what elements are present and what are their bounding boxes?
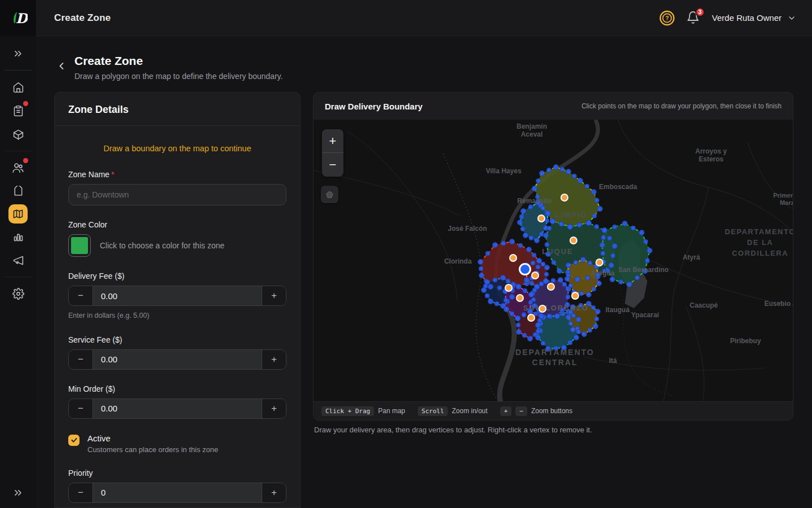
vertex-handle[interactable] bbox=[566, 262, 571, 268]
vertex-handle[interactable] bbox=[517, 220, 522, 225]
active-checkbox[interactable] bbox=[68, 435, 80, 446]
vertex-handle[interactable] bbox=[626, 282, 632, 287]
vertex-handle[interactable] bbox=[536, 258, 541, 263]
vertex-handle[interactable] bbox=[591, 305, 595, 310]
vertex-handle[interactable] bbox=[566, 270, 570, 274]
vertex-handle[interactable] bbox=[586, 220, 591, 225]
vertex-handle[interactable] bbox=[547, 314, 551, 318]
vertex-handle[interactable] bbox=[539, 282, 544, 286]
vertex-handle[interactable] bbox=[527, 336, 532, 341]
vertex-handle[interactable] bbox=[532, 288, 537, 292]
vertex-handle[interactable] bbox=[595, 309, 600, 314]
vertex-handle[interactable] bbox=[564, 276, 570, 281]
delivery-fee-value[interactable]: 0.00 bbox=[92, 286, 262, 305]
vertex-handle[interactable] bbox=[519, 214, 524, 219]
vertex-handle[interactable] bbox=[607, 236, 612, 240]
sidebar-expand-button[interactable] bbox=[7, 43, 29, 64]
vertex-handle[interactable] bbox=[631, 226, 636, 230]
vertex-handle[interactable] bbox=[573, 260, 578, 265]
vertex-handle[interactable] bbox=[522, 313, 526, 317]
vertex-handle[interactable] bbox=[541, 206, 545, 211]
vertex-handle[interactable] bbox=[554, 313, 559, 318]
service-fee-increment-button[interactable]: + bbox=[262, 350, 286, 369]
vertex-handle[interactable] bbox=[561, 312, 565, 316]
zone-center-marker[interactable] bbox=[528, 314, 535, 321]
vertex-handle[interactable] bbox=[488, 299, 493, 304]
vertex-handle[interactable] bbox=[576, 330, 581, 334]
min-order-increment-button[interactable]: + bbox=[262, 399, 286, 418]
service-fee-value[interactable]: 0.00 bbox=[92, 350, 262, 369]
vertex-handle[interactable] bbox=[483, 284, 488, 288]
vertex-handle[interactable] bbox=[532, 253, 536, 257]
vertex-handle[interactable] bbox=[619, 280, 623, 284]
delivery-fee-decrement-button[interactable]: − bbox=[69, 286, 92, 305]
vertex-handle[interactable] bbox=[493, 278, 497, 282]
vertex-handle[interactable] bbox=[568, 321, 573, 326]
vertex-handle[interactable] bbox=[588, 328, 592, 332]
vertex-handle[interactable] bbox=[560, 167, 564, 172]
vertex-handle[interactable] bbox=[526, 247, 531, 252]
priority-value[interactable]: 0 bbox=[92, 483, 262, 502]
vertex-handle[interactable] bbox=[588, 261, 592, 265]
vertex-handle[interactable] bbox=[643, 239, 648, 244]
vertex-handle[interactable] bbox=[479, 273, 484, 278]
zone-center-marker[interactable] bbox=[505, 284, 512, 291]
vertex-handle[interactable] bbox=[539, 232, 544, 237]
vertex-handle[interactable] bbox=[612, 243, 617, 248]
vertex-handle[interactable] bbox=[535, 322, 540, 327]
vertex-handle[interactable] bbox=[550, 218, 555, 224]
priority-increment-button[interactable]: + bbox=[262, 483, 286, 502]
zone-color-swatch-button[interactable] bbox=[68, 234, 91, 257]
vertex-handle[interactable] bbox=[577, 223, 582, 227]
sidebar-item-promotions[interactable] bbox=[7, 181, 29, 202]
vertex-handle[interactable] bbox=[601, 251, 605, 256]
vertex-handle[interactable] bbox=[541, 341, 545, 345]
vertex-handle[interactable] bbox=[529, 236, 533, 240]
vertex-handle[interactable] bbox=[524, 277, 529, 282]
zone-center-marker[interactable] bbox=[538, 215, 545, 222]
vertex-handle[interactable] bbox=[594, 317, 599, 321]
sidebar-item-products[interactable] bbox=[7, 124, 29, 145]
vertex-handle[interactable] bbox=[601, 235, 606, 240]
map-zoom-out-button[interactable]: − bbox=[322, 153, 343, 177]
zone-center-marker[interactable] bbox=[561, 194, 568, 201]
sidebar-item-zones[interactable] bbox=[8, 204, 28, 224]
vertex-handle[interactable] bbox=[516, 329, 521, 334]
vertex-handle[interactable] bbox=[547, 168, 551, 173]
vertex-handle[interactable] bbox=[535, 335, 540, 340]
vertex-handle[interactable] bbox=[581, 331, 586, 336]
vertex-handle[interactable] bbox=[585, 276, 590, 281]
vertex-handle[interactable] bbox=[566, 314, 571, 319]
selected-vertex-marker[interactable] bbox=[520, 264, 531, 275]
sidebar-collapse-button[interactable] bbox=[7, 482, 29, 503]
vertex-handle[interactable] bbox=[551, 260, 556, 265]
vertex-handle[interactable] bbox=[492, 242, 497, 247]
vertex-handle[interactable] bbox=[562, 282, 567, 287]
app-logo[interactable]: D bbox=[0, 0, 36, 36]
vertex-handle[interactable] bbox=[536, 265, 540, 269]
zone-name-input[interactable] bbox=[68, 184, 286, 205]
vertex-handle[interactable] bbox=[534, 238, 539, 243]
vertex-handle[interactable] bbox=[575, 277, 580, 282]
vertex-handle[interactable] bbox=[543, 278, 548, 283]
zone-center-marker[interactable] bbox=[532, 272, 539, 279]
vertex-handle[interactable] bbox=[602, 227, 607, 233]
service-fee-decrement-button[interactable]: − bbox=[69, 350, 92, 369]
user-menu[interactable]: Verde Ruta Owner bbox=[712, 13, 796, 23]
vertex-handle[interactable] bbox=[545, 243, 549, 247]
notifications-button[interactable]: 3 bbox=[686, 11, 701, 25]
vertex-handle[interactable] bbox=[568, 340, 572, 345]
vertex-handle[interactable] bbox=[639, 230, 644, 235]
vertex-handle[interactable] bbox=[520, 227, 525, 231]
vertex-handle[interactable] bbox=[545, 218, 549, 223]
vertex-handle[interactable] bbox=[545, 211, 550, 216]
vertex-handle[interactable] bbox=[495, 301, 499, 306]
vertex-handle[interactable] bbox=[537, 318, 542, 323]
vertex-handle[interactable] bbox=[596, 281, 601, 286]
vertex-handle[interactable] bbox=[504, 306, 509, 312]
vertex-handle[interactable] bbox=[635, 275, 639, 280]
vertex-handle[interactable] bbox=[566, 169, 571, 174]
vertex-handle[interactable] bbox=[529, 281, 534, 286]
delivery-fee-increment-button[interactable]: + bbox=[262, 286, 286, 305]
vertex-handle[interactable] bbox=[500, 275, 505, 280]
